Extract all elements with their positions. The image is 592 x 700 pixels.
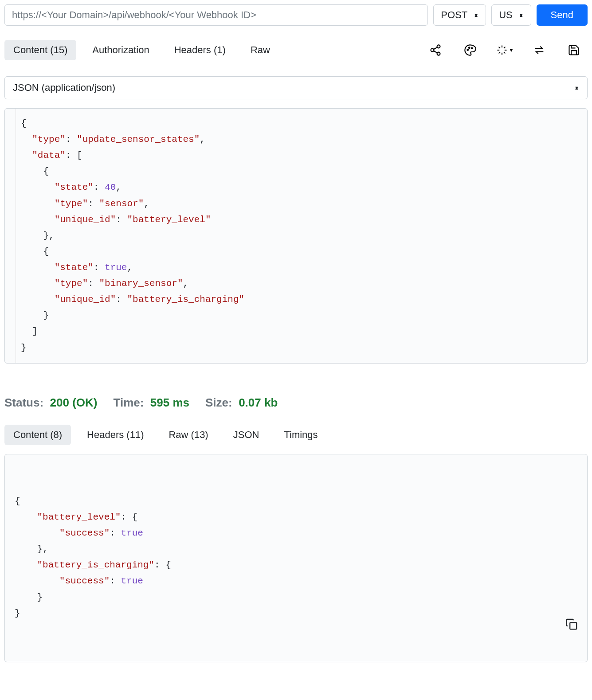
- magic-icon[interactable]: ▼: [495, 41, 514, 59]
- share-icon[interactable]: [426, 41, 445, 59]
- swap-icon[interactable]: [530, 41, 549, 59]
- svg-line-3: [434, 47, 437, 50]
- tab-raw[interactable]: Raw: [242, 40, 279, 60]
- status-value: 200 (OK): [50, 396, 98, 409]
- svg-point-2: [437, 52, 440, 55]
- response-status-bar: Status: 200 (OK) Time: 595 ms Size: 0.07…: [4, 396, 588, 410]
- status-label: Status:: [4, 396, 43, 409]
- svg-point-0: [437, 45, 440, 48]
- send-button[interactable]: Send: [537, 4, 588, 26]
- svg-line-4: [434, 51, 437, 53]
- svg-point-7: [471, 48, 473, 49]
- svg-point-6: [469, 47, 470, 48]
- tab-headers[interactable]: Headers (1): [165, 40, 235, 60]
- svg-rect-16: [570, 623, 576, 630]
- method-select-value: POST: [441, 9, 467, 21]
- res-tab-content[interactable]: Content (8): [4, 425, 71, 445]
- copy-icon[interactable]: [543, 602, 578, 653]
- svg-line-14: [498, 52, 500, 53]
- svg-line-12: [498, 47, 500, 48]
- size-label: Size:: [205, 396, 232, 409]
- url-input[interactable]: https://<Your Domain>/api/webhook/<Your …: [4, 4, 428, 26]
- time-label: Time:: [114, 396, 144, 409]
- method-select[interactable]: POST ▲▼: [433, 4, 486, 26]
- res-tab-headers[interactable]: Headers (11): [78, 425, 153, 445]
- response-body-viewer: { "battery_level": { "success": true }, …: [4, 454, 588, 662]
- content-type-value: JSON (application/json): [13, 82, 115, 94]
- res-tab-raw[interactable]: Raw (13): [160, 425, 217, 445]
- res-tab-timings[interactable]: Timings: [275, 425, 326, 445]
- svg-point-5: [467, 49, 468, 51]
- save-icon[interactable]: [565, 41, 583, 59]
- svg-line-15: [504, 47, 505, 48]
- svg-line-13: [504, 52, 505, 53]
- res-tab-json[interactable]: JSON: [224, 425, 268, 445]
- time-value: 595 ms: [150, 396, 189, 409]
- request-body-editor[interactable]: { "type": "update_sensor_states", "data"…: [4, 108, 588, 364]
- svg-point-1: [431, 49, 434, 52]
- size-value: 0.07 kb: [239, 396, 278, 409]
- region-select-value: US: [499, 9, 513, 21]
- palette-icon[interactable]: [461, 41, 479, 59]
- region-select[interactable]: US ▲▼: [491, 4, 531, 26]
- tab-authorization[interactable]: Authorization: [83, 40, 158, 60]
- content-type-select[interactable]: JSON (application/json) ▲▼: [4, 76, 588, 99]
- tab-content[interactable]: Content (15): [4, 40, 76, 60]
- caret-down-icon: ▼: [509, 47, 514, 53]
